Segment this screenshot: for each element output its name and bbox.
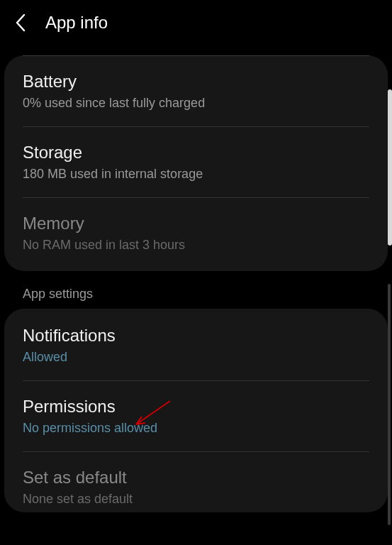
scrollbar[interactable] — [388, 89, 392, 246]
app-settings-panel: Notifications Allowed Permissions No per… — [4, 309, 388, 512]
memory-subtitle: No RAM used in last 3 hours — [23, 238, 369, 253]
battery-title: Battery — [23, 72, 369, 92]
scrollbar-inner[interactable] — [388, 284, 391, 525]
battery-row[interactable]: Battery 0% used since last fully charged — [23, 56, 369, 127]
storage-subtitle: 180 MB used in internal storage — [23, 167, 369, 182]
battery-subtitle: 0% used since last fully charged — [23, 96, 369, 111]
set-default-title: Set as default — [23, 468, 369, 488]
storage-title: Storage — [23, 143, 369, 163]
storage-row[interactable]: Storage 180 MB used in internal storage — [23, 127, 369, 198]
header: App info — [0, 0, 392, 47]
notifications-subtitle: Allowed — [23, 350, 369, 365]
permissions-subtitle: No permissions allowed — [23, 421, 369, 436]
permissions-row[interactable]: Permissions No permissions allowed — [23, 381, 369, 452]
memory-row[interactable]: Memory No RAM used in last 3 hours — [23, 198, 369, 271]
memory-title: Memory — [23, 214, 369, 233]
app-settings-label: App settings — [23, 287, 392, 302]
usage-panel: Battery 0% used since last fully charged… — [4, 55, 388, 271]
permissions-title: Permissions — [23, 397, 369, 417]
notifications-title: Notifications — [23, 326, 369, 346]
set-default-subtitle: None set as default — [23, 492, 369, 507]
notifications-row[interactable]: Notifications Allowed — [23, 309, 369, 381]
back-icon[interactable] — [14, 13, 28, 33]
set-default-row[interactable]: Set as default None set as default — [23, 452, 369, 512]
page-title: App info — [45, 13, 108, 33]
